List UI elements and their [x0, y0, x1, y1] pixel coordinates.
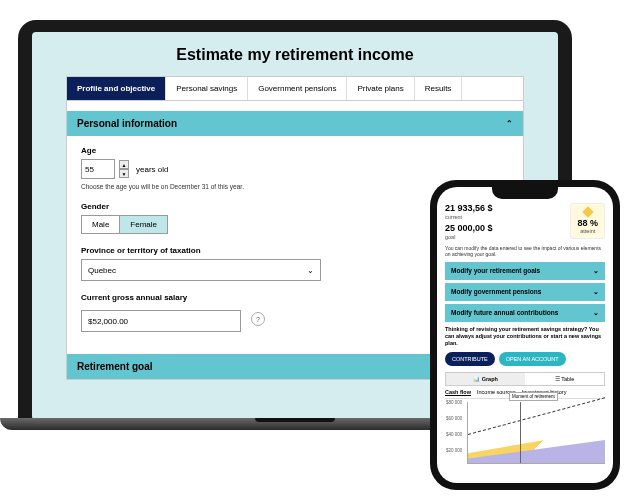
- cash-flow-chart: $80 000 $60 000 $40 000 $20 000 Moment o…: [467, 402, 605, 464]
- view-switcher: 📊 Graph ☰ Table: [445, 372, 605, 386]
- gender-female-button[interactable]: Female: [120, 215, 168, 234]
- contribute-button[interactable]: CONTRIBUTE: [445, 352, 495, 366]
- age-input[interactable]: [81, 159, 115, 179]
- current-label: current: [445, 214, 493, 221]
- page-title: Estimate my retirement income: [66, 46, 524, 64]
- tab-profile-objective[interactable]: Profile and objective: [67, 77, 166, 100]
- chevron-down-icon: ⌄: [593, 309, 599, 317]
- phone-notch: [492, 187, 558, 199]
- view-table-button[interactable]: ☰ Table: [525, 373, 604, 385]
- goal-label: goal: [445, 234, 493, 241]
- chevron-up-icon: ⌃: [506, 119, 513, 128]
- help-icon[interactable]: ?: [251, 312, 265, 326]
- ytick: $80 000: [446, 400, 462, 405]
- progress-percent: 88 %: [577, 218, 598, 228]
- goal-amount: 25 000,00 $: [445, 223, 493, 234]
- view-graph-button[interactable]: 📊 Graph: [446, 373, 525, 385]
- chevron-down-icon: ⌄: [307, 266, 314, 275]
- progress-label: atteint: [577, 228, 598, 234]
- retirement-marker-line: [520, 402, 521, 463]
- phone-frame: 21 933,56 $ current 25 000,00 $ goal 88 …: [430, 180, 620, 490]
- summary-note: You can modify the data entered to see t…: [445, 245, 605, 257]
- open-account-button[interactable]: OPEN AN ACCOUNT: [499, 352, 566, 366]
- tab-government-pensions[interactable]: Government pensions: [248, 77, 347, 100]
- section-personal-info-header[interactable]: Personal information ⌃: [67, 111, 523, 136]
- subtab-cash-flow[interactable]: Cash flow: [445, 389, 471, 396]
- tab-private-plans[interactable]: Private plans: [347, 77, 414, 100]
- accordion-retirement-goals[interactable]: Modify your retirement goals⌄: [445, 262, 605, 280]
- phone-screen: 21 933,56 $ current 25 000,00 $ goal 88 …: [437, 187, 613, 483]
- section-personal-info-title: Personal information: [77, 118, 177, 129]
- tab-personal-savings[interactable]: Personal savings: [166, 77, 248, 100]
- accordion-government-pensions[interactable]: Modify government pensions⌄: [445, 283, 605, 301]
- chevron-down-icon: ⌄: [593, 288, 599, 296]
- age-label: Age: [81, 146, 509, 155]
- gender-male-button[interactable]: Male: [81, 215, 120, 234]
- laptop-hinge-notch: [255, 418, 335, 422]
- age-step-down[interactable]: ▼: [119, 169, 129, 178]
- tab-results[interactable]: Results: [415, 77, 463, 100]
- province-value: Quebec: [88, 266, 116, 275]
- ytick: $60 000: [446, 416, 462, 421]
- current-amount: 21 933,56 $: [445, 203, 493, 214]
- accordion-annual-contributions[interactable]: Modify future annual contributions⌄: [445, 304, 605, 322]
- callout-text: Thinking of revising your retirement sav…: [445, 326, 605, 347]
- chevron-down-icon: ⌄: [593, 267, 599, 275]
- salary-input[interactable]: [81, 310, 241, 332]
- section-retirement-goal-title: Retirement goal: [77, 361, 153, 372]
- years-old-label: years old: [136, 165, 168, 174]
- age-step-up[interactable]: ▲: [119, 160, 129, 169]
- retirement-marker-label: Moment of retirement: [509, 392, 558, 401]
- ytick: $20 000: [446, 448, 462, 453]
- diamond-icon: [582, 206, 593, 217]
- province-select[interactable]: Quebec ⌄: [81, 259, 321, 281]
- main-tabs: Profile and objective Personal savings G…: [66, 76, 524, 101]
- ytick: $40 000: [446, 432, 462, 437]
- progress-badge: 88 % atteint: [570, 203, 605, 239]
